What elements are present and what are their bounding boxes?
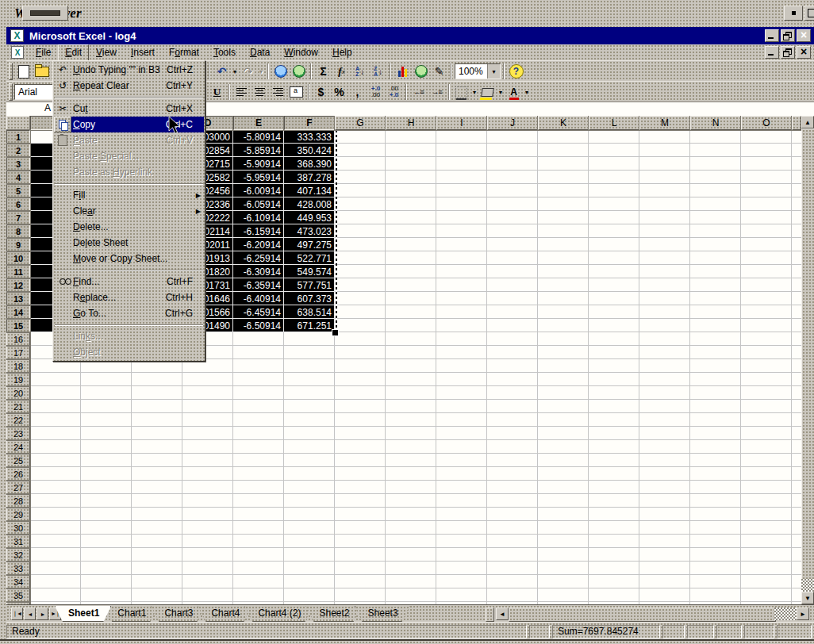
decrease-indent-button[interactable]: ←≡ [409,83,428,101]
sort-descending-button[interactable]: ZA↓ [369,63,387,80]
scroll-left-button[interactable]: ◄ [496,608,509,620]
name-box[interactable]: A [6,102,52,117]
row-header-33[interactable]: 33 [6,562,30,575]
row-header-35[interactable]: 35 [6,588,30,602]
undo-dropdown[interactable]: ▾ [231,63,239,80]
cell-E1[interactable]: -5.80914 [233,130,284,144]
horizontal-scroll-thumb[interactable] [509,608,776,622]
menu-file[interactable]: File [29,44,58,61]
sheet-tab-chart4[interactable]: Chart4 [198,606,251,622]
cell-F1[interactable]: 333.333 [284,130,335,144]
menu-item-cut[interactable]: ✂CutCtrl+X [54,101,204,117]
toolbar-grip[interactable] [9,83,13,101]
fill-color-dropdown[interactable]: ▾ [497,83,505,101]
column-header-i[interactable]: I [436,116,487,130]
cell-E11[interactable]: -6.30914 [233,265,284,278]
menu-item-paste-special[interactable]: Paste Special... [54,148,204,164]
cell-E13[interactable]: -6.40914 [233,292,284,305]
row-header-10[interactable]: 10 [6,251,30,265]
underline-button[interactable]: U [208,83,226,101]
cell-E5[interactable]: -6.00914 [233,184,284,197]
row-header-14[interactable]: 14 [6,305,30,319]
increase-decimal-button[interactable]: +.0.00 [367,83,385,101]
toolbar-grip[interactable] [9,63,13,80]
cell-F7[interactable]: 449.953 [284,211,335,224]
comma-style-button[interactable]: , [348,83,367,101]
row-header-6[interactable]: 6 [6,197,30,211]
cell-F4[interactable]: 387.278 [284,171,335,184]
menu-edit[interactable]: Edit [58,44,89,61]
row-header-8[interactable]: 8 [6,224,30,238]
vertical-scroll-track[interactable] [801,579,814,592]
row-header-29[interactable]: 29 [6,508,30,521]
chart-wizard-button[interactable] [394,63,412,80]
align-left-button[interactable] [232,83,251,101]
menu-item-undo-typing-in-b3[interactable]: ↶Undo Typing "" in B3Ctrl+Z [54,62,204,78]
row-header-27[interactable]: 27 [6,481,30,494]
workbook-restore-button[interactable] [781,46,795,59]
row-header-3[interactable]: 3 [6,157,30,171]
scroll-right-button[interactable]: ► [797,608,809,620]
menu-item-find[interactable]: Find...Ctrl+F [54,274,204,289]
column-header-f[interactable]: F [284,116,335,130]
sort-ascending-button[interactable]: AZ↓ [351,63,369,80]
menu-help[interactable]: Help [325,44,359,61]
column-header-l[interactable]: L [589,116,639,130]
row-header-11[interactable]: 11 [6,265,30,278]
menu-item-go-to[interactable]: Go To...Ctrl+G [54,305,204,321]
increase-indent-button[interactable]: →≡ [428,83,446,101]
cell-F2[interactable]: 350.424 [284,144,335,157]
row-header-34[interactable]: 34 [6,575,30,588]
align-right-button[interactable] [269,83,287,101]
new-button[interactable] [14,63,33,80]
column-header-h[interactable]: H [386,116,436,130]
fill-handle[interactable] [332,329,339,336]
app-close-button[interactable] [797,29,811,42]
cell-F3[interactable]: 368.390 [284,157,335,171]
paste-function-button[interactable]: fx [332,63,351,80]
sheet-tab-chart4-2[interactable]: Chart4 (2) [244,606,313,622]
map-button[interactable] [412,63,430,80]
menu-item-links[interactable]: Links... [54,328,204,344]
previous-sheet-button[interactable]: ◄ [24,608,36,620]
menu-item-move-or-copy-sheet[interactable]: Move or Copy Sheet... [54,251,204,266]
row-header-19[interactable]: 19 [6,373,30,386]
menu-window[interactable]: Window [277,44,325,61]
sheet-tab-sheet1[interactable]: Sheet1 [55,606,111,622]
column-header-e[interactable]: E [233,116,284,130]
menu-item-replace[interactable]: Replace...Ctrl+H [54,289,204,305]
cell-F10[interactable]: 522.771 [284,251,335,265]
workbook-icon[interactable]: X [11,46,24,59]
row-header-21[interactable]: 21 [6,400,30,413]
redo-button[interactable]: ↷ [239,63,257,80]
cell-F12[interactable]: 577.751 [284,278,335,292]
menu-item-fill[interactable]: Fill▶ [54,187,204,203]
menu-item-clear[interactable]: Clear▶ [54,203,204,219]
sheet-tab-chart1[interactable]: Chart1 [104,606,158,622]
row-header-13[interactable]: 13 [6,292,30,305]
currency-style-button[interactable]: $ [312,83,330,101]
cell-E6[interactable]: -6.05914 [233,197,284,211]
merge-center-button[interactable] [287,83,305,101]
row-header-7[interactable]: 7 [6,211,30,224]
status-sum[interactable]: Sum=7697.845274 [552,625,660,638]
vertical-scrollbar[interactable]: ▲ ▼ [801,116,814,604]
open-button[interactable] [33,63,51,80]
column-header-partial[interactable] [792,116,801,130]
font-color-button[interactable]: A [505,83,523,101]
cell-E12[interactable]: -6.35914 [233,278,284,292]
cell-E2[interactable]: -5.85914 [233,144,284,157]
column-header-k[interactable]: K [538,116,589,130]
row-header-5[interactable]: 5 [6,184,30,197]
sheet-tab-sheet2[interactable]: Sheet2 [305,606,361,622]
row-header-18[interactable]: 18 [6,359,30,373]
cell-F9[interactable]: 497.275 [284,238,335,251]
row-header-30[interactable]: 30 [6,521,30,535]
tab-split-handle[interactable] [486,608,494,622]
zoom-combobox[interactable]: 100% ▾ [455,63,501,79]
horizontal-scrollbar[interactable]: ◄ ► [496,608,810,620]
cell-F11[interactable]: 549.574 [284,265,335,278]
cell-E14[interactable]: -6.45914 [233,305,284,319]
cell-E8[interactable]: -6.15914 [233,224,284,238]
column-header-j[interactable]: J [487,116,538,130]
